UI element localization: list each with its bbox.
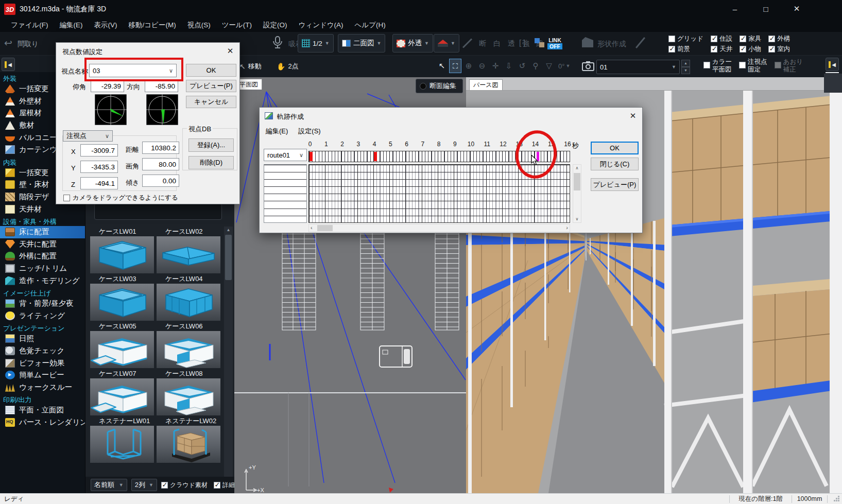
sidebar-item[interactable]: 色覚チェック xyxy=(0,345,85,357)
camera-view-select[interactable]: 01▼ xyxy=(596,60,680,74)
sidebar-item[interactable]: 平面・立面図 xyxy=(0,404,85,416)
sidebar-item[interactable]: パース・レンダリング xyxy=(0,416,85,429)
link-button[interactable]: LINK OFF xyxy=(535,33,569,54)
direction-field[interactable]: -85.90 xyxy=(145,80,178,92)
menu-item[interactable]: 編集(E) xyxy=(54,19,89,31)
sidebar-item[interactable]: 天井に配置 xyxy=(0,238,85,251)
catalog-item[interactable]: ケースLW08 xyxy=(156,369,222,416)
roof-display-button[interactable]: ▼ xyxy=(434,34,459,53)
sidebar-item[interactable]: 日照 xyxy=(0,333,85,345)
maximize-button[interactable]: □ xyxy=(754,0,778,18)
menu-item[interactable]: ツール(T) xyxy=(216,19,257,31)
move-mode-button[interactable]: ↖ 移動 xyxy=(236,59,265,74)
y-field[interactable]: -3435.3 xyxy=(80,161,118,173)
route-row-list[interactable] xyxy=(264,164,307,223)
grid-scale-button[interactable]: 1/2▼ xyxy=(298,34,334,53)
ok-button[interactable]: OK xyxy=(186,64,236,77)
timeline-marker[interactable] xyxy=(310,152,313,161)
close-button[interactable]: 閉じる(C) xyxy=(591,158,639,170)
view-checkbox[interactable]: 家具 xyxy=(740,33,761,44)
dialog-close-icon[interactable]: ✕ xyxy=(627,111,639,120)
menu-item[interactable]: 視点(S) xyxy=(182,19,216,31)
sidebar-item[interactable]: ライティング xyxy=(0,310,85,322)
menu-item[interactable]: ヘルプ(H) xyxy=(349,19,391,31)
scroll-up-icon[interactable]: ▲ xyxy=(224,227,233,234)
view-checkbox[interactable]: 室内 xyxy=(768,44,790,54)
sidebar-item[interactable]: 外構に配置 xyxy=(0,250,85,263)
sidebar-item[interactable]: 造作・モデリング xyxy=(0,274,85,287)
catalog-item[interactable]: ケースLW02 xyxy=(156,227,222,274)
scrollbar-handle[interactable] xyxy=(574,173,580,190)
catalog-item[interactable]: ケースLW06 xyxy=(156,322,222,369)
minimize-button[interactable]: – xyxy=(723,0,747,18)
horizontal-scrollbar[interactable]: ‹ › xyxy=(308,224,570,232)
back-label[interactable]: 間取り xyxy=(18,40,39,49)
menu-item[interactable]: ファイル(F) xyxy=(5,19,54,31)
two-view-button[interactable]: 二面図▼ xyxy=(338,34,385,53)
columns-select[interactable]: 2列▼ xyxy=(131,479,157,491)
catalog-item[interactable]: ケースLW04 xyxy=(156,274,222,322)
menu-item[interactable]: 設定(S) xyxy=(293,125,325,138)
preview-button[interactable]: プレビュー(P) xyxy=(186,80,236,92)
scroll-down-icon[interactable]: ∨ xyxy=(573,217,581,221)
fov-field[interactable]: 80.00 xyxy=(142,158,179,170)
target-select[interactable]: 注視点∨ xyxy=(63,130,113,142)
catalog-item[interactable]: ケースLW01 xyxy=(90,227,156,274)
ok-button[interactable]: OK xyxy=(591,142,639,154)
two-point-button[interactable]: ✋ 2点 xyxy=(273,59,302,74)
catalog-item[interactable]: ネステナーLW01 xyxy=(90,416,156,464)
catalog-scrollbar[interactable]: ▲ ▼ xyxy=(224,227,233,493)
preview-button[interactable]: プレビュー(P) xyxy=(591,178,639,191)
sidebar-item[interactable]: ニッチ/トリム xyxy=(0,263,85,275)
delete-button[interactable]: 削除(D) xyxy=(188,156,234,169)
resize-grip[interactable] xyxy=(838,500,839,501)
scroll-up-icon[interactable]: ∧ xyxy=(573,166,581,170)
pan-view-icon-selected[interactable]: ⛶ xyxy=(449,59,461,73)
sidebar-item[interactable]: ウォークスルー xyxy=(0,381,85,393)
sort-select[interactable]: 名前順▼ xyxy=(91,479,127,491)
viewpoint-name-select[interactable]: 03∨ xyxy=(89,64,177,77)
close-button[interactable]: ✕ xyxy=(785,0,809,18)
menu-item[interactable]: 表示(V) xyxy=(89,19,123,31)
scroll-right-icon[interactable]: › xyxy=(566,224,568,231)
view-checkbox[interactable]: 住設 xyxy=(711,33,732,44)
catalog-item[interactable]: ケースLW03 xyxy=(90,274,156,322)
menu-item[interactable]: 編集(E) xyxy=(261,125,293,138)
timeline-marker[interactable] xyxy=(374,152,377,161)
rotate-view-icon[interactable]: ↺ xyxy=(516,59,528,73)
zoom-in-icon[interactable]: ⊕ xyxy=(462,59,475,73)
sidebar-collapse-button[interactable]: ◀ xyxy=(2,58,15,71)
view-toggle[interactable]: あおり 補正 xyxy=(775,58,803,74)
catalog-item[interactable]: ネステナーLW02 xyxy=(156,416,222,464)
drop-view-icon[interactable]: ⇩ xyxy=(503,59,515,73)
view-toggle[interactable]: 注視点 固定 xyxy=(739,58,767,74)
camera-view-spinner[interactable]: ▲ ▼ xyxy=(681,60,690,74)
tab-perspective[interactable]: パース図 xyxy=(469,79,503,90)
catalog-checkbox[interactable]: クラウド素材 xyxy=(161,481,208,490)
route-select[interactable]: route01∨ xyxy=(264,149,307,161)
view-checkbox[interactable]: 前景 xyxy=(668,44,703,54)
menu-item[interactable]: 移動/コピー(M) xyxy=(123,19,182,31)
tilt-field[interactable]: 0.00 xyxy=(142,175,179,187)
view-checkbox[interactable]: 天井 xyxy=(711,44,732,54)
elevation-compass[interactable] xyxy=(95,94,127,125)
view-checkbox[interactable]: 小物 xyxy=(740,44,761,54)
cone-angle-icon[interactable]: ▽ xyxy=(543,59,555,73)
scroll-left-icon[interactable]: ‹ xyxy=(311,224,313,231)
exterior-transparent-button[interactable]: 外透▼ xyxy=(392,34,433,53)
sidebar-item[interactable]: 床に配置 xyxy=(0,226,85,238)
view-checkbox[interactable]: 外構 xyxy=(768,33,790,44)
scrollbar-handle[interactable] xyxy=(317,225,333,231)
view-checkbox[interactable]: グリッド xyxy=(668,33,703,44)
direction-compass[interactable] xyxy=(146,94,178,125)
x-field[interactable]: -3009.7 xyxy=(80,144,118,157)
vertical-scrollbar[interactable]: ∧ ∨ xyxy=(573,164,581,223)
right-panel-collapse-button[interactable]: ◀ xyxy=(826,58,839,71)
timeline-grid[interactable] xyxy=(308,164,570,223)
section-edit-button[interactable]: 断面編集 xyxy=(416,79,463,93)
walk-view-icon[interactable]: ⚲ xyxy=(529,59,542,73)
menu-item[interactable]: ウィンドウ(A) xyxy=(293,19,349,31)
cancel-button[interactable]: キャンセル xyxy=(186,96,236,108)
elevation-field[interactable]: -29.39 xyxy=(91,80,124,92)
sidebar-item[interactable]: 簡単ムービー xyxy=(0,369,85,381)
